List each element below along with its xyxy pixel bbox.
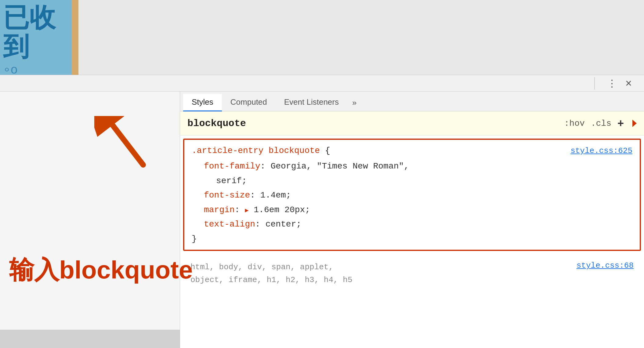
devtools-toolbar: ⋮ × <box>0 75 644 92</box>
css-rule-block: .article-entry blockquote { style.css:62… <box>183 139 641 251</box>
webpage-divider <box>72 0 78 75</box>
arrow-icon <box>94 116 155 171</box>
blockquote-label: 输入blockquote <box>9 253 193 287</box>
chinese-main-text: 已收到 <box>3 3 69 61</box>
css-closing-brace: } <box>192 234 632 244</box>
chinese-dots: ∘o <box>3 62 69 76</box>
css-rule-header: .article-entry blockquote { style.css:62… <box>192 146 632 155</box>
bottom-gray-bar <box>0 330 180 348</box>
css-prop-text-align: text-align: center; <box>192 217 632 232</box>
cls-button[interactable]: .cls <box>591 119 611 128</box>
selector-name: blockquote <box>187 118 246 129</box>
tab-more[interactable]: » <box>347 94 361 111</box>
css-prop-font-family: font-family: Georgia, "Times New Roman", <box>192 159 632 174</box>
left-webpage-panel: 输入blockquote <box>0 92 180 348</box>
webpage-preview: 已收到 ∘o <box>0 0 644 75</box>
selector-triangle <box>632 120 637 127</box>
selector-bar: blockquote :hov .cls + <box>180 111 644 136</box>
css-file-link-1[interactable]: style.css:625 <box>570 146 632 155</box>
webpage-left-panel: 已收到 ∘o <box>0 0 72 75</box>
css-prop-font-size: font-size: 1.4em; <box>192 188 632 203</box>
svg-line-1 <box>113 125 143 165</box>
tab-computed[interactable]: Computed <box>222 94 276 111</box>
more-options-button[interactable]: ⋮ <box>607 78 616 88</box>
devtools-tabs: Styles Computed Event Listeners » <box>180 92 644 111</box>
selector-actions: :hov .cls + <box>564 117 637 130</box>
add-style-button[interactable]: + <box>617 117 624 130</box>
arrow-annotation <box>94 116 155 172</box>
tab-styles[interactable]: Styles <box>183 94 222 111</box>
webpage-right-panel <box>78 0 644 75</box>
css-devtools-panel: Styles Computed Event Listeners » blockq… <box>180 92 644 348</box>
devtools-panel: 输入blockquote Styles Computed Event Liste… <box>0 92 644 348</box>
css-prop-margin: margin: ▶ 1.6em 20px; <box>192 203 632 217</box>
vertical-divider <box>594 77 595 89</box>
css-selector-text: .article-entry blockquote { <box>192 146 330 155</box>
css-rule-2-selector: html, body, div, span, applet, object, i… <box>190 261 353 286</box>
hov-button[interactable]: :hov <box>564 119 585 128</box>
css-prop-font-family-cont: serif; <box>192 174 632 188</box>
css-rule-block-2: html, body, div, span, applet, object, i… <box>183 256 641 292</box>
tab-event-listeners[interactable]: Event Listeners <box>276 94 347 111</box>
devtools-controls: ⋮ × <box>594 77 644 90</box>
css-file-link-2[interactable]: style.css:68 <box>577 261 634 270</box>
close-button[interactable]: × <box>625 77 632 90</box>
